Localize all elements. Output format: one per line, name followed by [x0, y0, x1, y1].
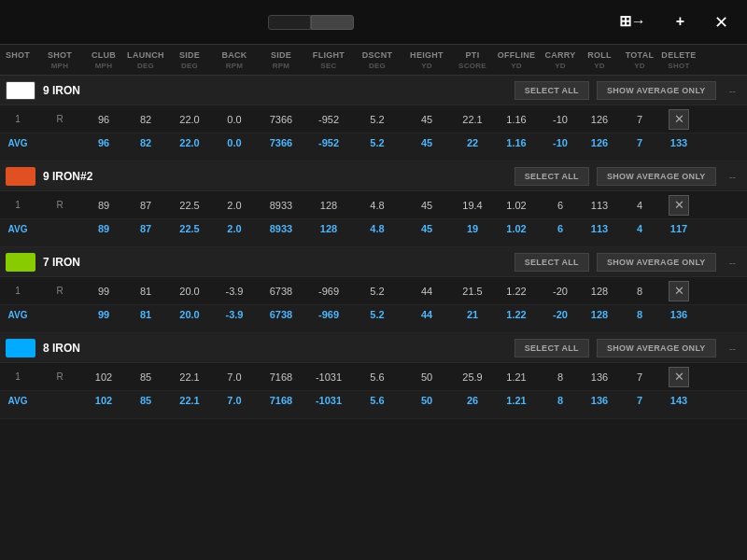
club-actions: SELECT ALLSHOW AVERAGE ONLY [514, 339, 716, 357]
show-average-only-button[interactable]: SHOW AVERAGE ONLY [597, 167, 716, 186]
avg-label: AVG [0, 222, 35, 236]
avg-cell-15: 133 [661, 135, 697, 150]
col-header-roll-13: ROLLYD [581, 50, 618, 71]
avg-cell-12: -10 [540, 135, 581, 150]
cell-7: -969 [304, 284, 353, 299]
tab-shot-plotting[interactable] [311, 15, 354, 30]
club-actions: SELECT ALLSHOW AVERAGE ONLY [514, 81, 716, 100]
select-all-button[interactable]: SELECT ALL [514, 253, 589, 272]
delete-cell: ✕ [661, 107, 697, 132]
cell-0: 1 [0, 370, 35, 384]
avg-cell-15: 136 [661, 307, 697, 322]
cell-5: -3.9 [211, 284, 258, 299]
cell-3: 82 [123, 112, 168, 127]
avg-cell-10: 26 [452, 393, 493, 408]
show-average-only-button[interactable]: SHOW AVERAGE ONLY [597, 339, 716, 357]
club-color-swatch [6, 81, 35, 100]
cell-12: -20 [540, 284, 581, 299]
cell-4: 22.5 [168, 198, 211, 213]
avg-cell-7: -952 [304, 135, 353, 150]
avg-cell-16 [0, 241, 35, 245]
cell-1: R [35, 370, 84, 384]
avg-cell-8: 5.6 [353, 393, 402, 408]
col-header-launch-3: LAUNCHDEG [123, 50, 168, 71]
avg-cell-11: 1.22 [493, 307, 540, 322]
select-all-button[interactable]: SELECT ALL [514, 339, 589, 357]
delete-shot-button[interactable]: ✕ [669, 281, 689, 301]
avg-label: AVG [0, 394, 35, 408]
select-all-button[interactable]: SELECT ALL [514, 81, 589, 100]
cell-5: 7.0 [211, 370, 258, 385]
club-name: 9 IRON [43, 84, 514, 97]
new-session-button[interactable]: + [669, 9, 692, 35]
col-header-carry-12: CARRYYD [540, 50, 581, 71]
cell-9: 45 [402, 112, 452, 127]
cell-13: 136 [581, 370, 618, 385]
delete-shot-button[interactable]: ✕ [669, 367, 689, 387]
cell-3: 81 [123, 284, 168, 299]
table-row: 1R1028522.17.07168-10315.65025.91.218136… [0, 363, 747, 391]
avg-cell-12: -20 [540, 307, 581, 322]
avg-cell-2: 102 [84, 393, 123, 408]
avg-cell-5: 0.0 [211, 135, 258, 150]
table-row: 1R968222.00.07366-9525.24522.11.16-10126… [0, 105, 747, 133]
cell-11: 1.16 [493, 112, 540, 127]
club-collapse-button[interactable]: -- [724, 343, 741, 354]
avg-cell-12: 6 [540, 221, 581, 236]
close-button[interactable]: ✕ [707, 8, 736, 36]
show-average-only-button[interactable]: SHOW AVERAGE ONLY [597, 253, 716, 272]
avg-cell-15: 117 [661, 221, 697, 236]
cell-4: 22.1 [168, 370, 211, 385]
tab-group [11, 15, 612, 30]
column-headers: SHOTSHOTMPHCLUBMPHLAUNCHDEGSIDEDEGBACKRP… [0, 45, 747, 76]
cell-8: 5.6 [353, 370, 402, 385]
club-collapse-button[interactable]: -- [724, 257, 741, 268]
avg-cell-5: 2.0 [211, 221, 258, 236]
cell-6: 8933 [258, 198, 304, 213]
export-button[interactable]: ⊞→ [612, 8, 654, 35]
cell-14: 7 [618, 112, 661, 127]
avg-cell-9: 44 [402, 307, 452, 322]
avg-cell-5: -3.9 [211, 307, 258, 322]
cell-2: 99 [84, 284, 123, 299]
col-header-club-2: CLUBMPH [84, 50, 123, 71]
avg-cell-16 [0, 413, 35, 416]
cell-3: 85 [123, 370, 168, 385]
cell-8: 4.8 [353, 198, 402, 213]
club-collapse-button[interactable]: -- [724, 85, 741, 96]
avg-cell-10: 22 [452, 135, 493, 150]
avg-cell-4: 22.1 [168, 393, 211, 408]
club-actions: SELECT ALLSHOW AVERAGE ONLY [514, 253, 716, 272]
club-color-swatch [6, 253, 35, 272]
avg-cell-9: 45 [402, 135, 452, 150]
cell-0: 1 [0, 112, 35, 126]
cell-10: 25.9 [452, 370, 493, 385]
avg-cell-4: 22.5 [168, 221, 211, 236]
avg-cell-13: 113 [581, 221, 618, 236]
avg-row: AVG898722.52.089331284.845191.0261134117 [0, 219, 747, 247]
avg-cell-1 [35, 141, 84, 145]
club-header-row: 8 IRONSELECT ALLSHOW AVERAGE ONLY-- [0, 333, 747, 363]
avg-cell-1 [35, 227, 84, 231]
avg-cell-3: 82 [123, 135, 168, 150]
select-all-button[interactable]: SELECT ALL [514, 167, 589, 186]
club-collapse-button[interactable]: -- [724, 171, 741, 182]
avg-cell-2: 99 [84, 307, 123, 322]
avg-label: AVG [0, 308, 35, 322]
avg-cell-4: 22.0 [168, 135, 211, 150]
delete-shot-button[interactable]: ✕ [669, 109, 689, 130]
delete-shot-button[interactable]: ✕ [669, 195, 689, 216]
show-average-only-button[interactable]: SHOW AVERAGE ONLY [597, 81, 716, 100]
avg-cell-3: 85 [123, 393, 168, 408]
cell-10: 19.4 [452, 198, 493, 213]
avg-cell-4: 20.0 [168, 307, 211, 322]
cell-1: R [35, 198, 84, 212]
avg-cell-14: 4 [618, 221, 661, 236]
cell-0: 1 [0, 284, 35, 298]
new-session-icon: + [676, 13, 684, 30]
avg-cell-7: 128 [304, 221, 353, 236]
club-header-row: 9 IRON#2SELECT ALLSHOW AVERAGE ONLY-- [0, 161, 747, 191]
cell-7: 128 [304, 198, 353, 213]
tab-shot-history[interactable] [268, 15, 311, 30]
avg-cell-13: 128 [581, 307, 618, 322]
